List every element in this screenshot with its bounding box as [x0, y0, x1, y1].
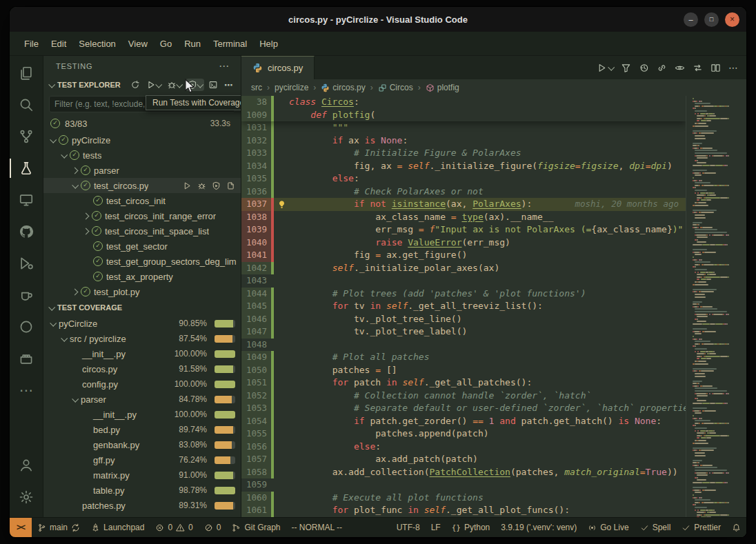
status-git-branch[interactable]: main — [32, 518, 86, 537]
status-vim-mode[interactable]: -- NORMAL -- — [286, 518, 348, 537]
coverage-item[interactable]: config.py100.00% — [43, 376, 241, 392]
activity-containers[interactable] — [10, 343, 43, 374]
code-line[interactable]: 1049 # Plot all patches — [241, 351, 686, 364]
activity-more-views[interactable]: ⋯ — [10, 374, 43, 406]
code-line[interactable]: 1056 else: — [241, 441, 686, 454]
tab-circos-py[interactable]: circos.py — [241, 56, 315, 79]
coverage-item[interactable]: bed.py89.74% — [43, 422, 241, 437]
code-line[interactable]: 1047 tv._plot_tree_label() — [241, 325, 686, 339]
status-git-graph[interactable]: Git Graph — [226, 518, 286, 537]
test-explorer-header[interactable]: TEST EXPLORER ⋯ — [43, 77, 241, 93]
code-line[interactable]: 1057 ax.add_patch(patch) — [241, 453, 686, 466]
run-python-file-button[interactable] — [597, 63, 613, 73]
code-line[interactable]: 1042 self._initialize_polar_axes(ax) — [241, 262, 686, 275]
test-item[interactable]: ✓test_circos_init_space_list — [43, 223, 241, 239]
status-remote-indicator[interactable]: >< — [10, 518, 32, 537]
menu-view[interactable]: View — [122, 36, 154, 52]
test-item[interactable]: ✓test_plot.py — [43, 284, 241, 299]
menu-terminal[interactable]: Terminal — [207, 36, 253, 52]
coverage-item[interactable]: matrix.py91.00% — [43, 467, 241, 483]
goto-test-icon[interactable] — [226, 181, 235, 190]
code-line[interactable]: 1050 patches = [] — [241, 364, 686, 377]
close-button[interactable]: × — [725, 12, 739, 27]
minimize-button[interactable]: – — [684, 12, 698, 27]
code-line[interactable]: 1033 # Initialize Figure & PolarAxes — [241, 147, 686, 160]
test-item[interactable]: ✓test_circos.py — [43, 178, 241, 193]
code-line[interactable]: 1009 def plotfig( — [241, 109, 686, 122]
coverage-test-icon[interactable] — [212, 181, 221, 190]
code-line[interactable]: 1045 for tv in self._get_all_treeviz_lis… — [241, 300, 686, 313]
coverage-item[interactable]: table.py98.78% — [43, 483, 241, 498]
status-language-mode[interactable]: {}Python — [446, 518, 496, 537]
code-area[interactable]: 1031 """1032 if ax is None:1033 # Initia… — [241, 96, 746, 517]
test-item[interactable]: ✓test_circos_init_range_error — [43, 208, 241, 223]
status-prettier[interactable]: Prettier — [676, 518, 726, 537]
more-editor-actions-button[interactable]: ⋯ — [728, 62, 738, 73]
menu-help[interactable]: Help — [253, 36, 284, 52]
status-python-interpreter[interactable]: 3.9.19 ('.venv': venv) — [495, 518, 582, 537]
status-problems[interactable]: 00 — [150, 518, 198, 537]
coverage-item[interactable]: pyCirclize90.85% — [43, 316, 241, 331]
coverage-item[interactable]: __init__.py100.00% — [43, 346, 241, 361]
debug-test-icon[interactable] — [197, 181, 206, 190]
show-output-button[interactable] — [206, 79, 220, 91]
activity-accounts[interactable] — [10, 450, 43, 481]
activity-github[interactable] — [10, 216, 43, 248]
link-button[interactable] — [657, 63, 667, 73]
compare-changes-button[interactable] — [693, 63, 703, 73]
code-line[interactable]: 1041 fig = ax.get_figure() — [241, 249, 686, 262]
status-encoding[interactable]: UTF-8 — [391, 518, 426, 537]
coverage-item[interactable]: gff.py76.24% — [43, 452, 241, 467]
filter-button[interactable] — [621, 63, 631, 73]
coverage-item[interactable]: patches.py89.31% — [43, 498, 241, 513]
coverage-item[interactable]: src / pycirclize87.54% — [43, 331, 241, 346]
status-eol[interactable]: LF — [426, 518, 446, 537]
menu-go[interactable]: Go — [154, 36, 178, 52]
activity-run-and-debug[interactable] — [10, 248, 43, 279]
code-line[interactable]: 1036 # Check PolarAxes or not — [241, 185, 686, 199]
code-line[interactable]: 38class Circos: — [241, 96, 686, 109]
status-notifications[interactable] — [726, 518, 746, 537]
code-line[interactable]: 1051 for patch in self._get_all_patches(… — [241, 376, 686, 390]
code-line[interactable]: 1037 if not isinstance(ax, PolarAxes):mo… — [241, 198, 686, 211]
code-line[interactable]: 1058 ax.add_collection(PatchCollection(p… — [241, 466, 686, 479]
code-line[interactable]: 1034 fig, ax = self._initialize_figure(f… — [241, 160, 686, 173]
test-item[interactable]: ✓test_circos_init — [43, 193, 241, 208]
code-line[interactable]: 1059 — [241, 478, 686, 492]
coverage-item[interactable]: genbank.py83.08% — [43, 437, 241, 452]
code-line[interactable]: 1044 # Plot trees (add 'patches' & 'plot… — [241, 288, 686, 301]
coverage-item[interactable]: circos.py91.58% — [43, 361, 241, 376]
activity-remote-explorer[interactable] — [10, 184, 43, 216]
activity-source-control[interactable] — [10, 121, 43, 152]
status-spell[interactable]: Spell — [635, 518, 677, 537]
code-line[interactable]: 1052 # Collection cannot handle `zorder`… — [241, 390, 686, 403]
code-line[interactable]: 1048 — [241, 339, 686, 352]
menu-file[interactable]: File — [18, 36, 45, 52]
code-line[interactable]: 1061 for plot_func in self._get_all_plot… — [241, 504, 686, 517]
status-extra-count[interactable]: 0 — [199, 518, 227, 537]
breadcrumb-item[interactable]: pycirclize — [275, 83, 308, 92]
code-line[interactable]: 1039 err_msg = f"Input ax is not PolarAx… — [241, 223, 686, 236]
debug-tests-button[interactable] — [165, 79, 183, 91]
timeline-button[interactable] — [639, 63, 649, 73]
minimap[interactable] — [686, 96, 746, 517]
status-go-live[interactable]: Go Live — [582, 518, 634, 537]
breadcrumb-item[interactable]: Circos — [378, 83, 413, 92]
run-tests-button[interactable] — [144, 79, 163, 91]
code-line[interactable]: 1054 if patch.get_zorder() == 1 and patc… — [241, 415, 686, 428]
activity-live-share[interactable] — [10, 311, 43, 343]
test-item[interactable]: ✓test_ax_property — [43, 269, 241, 284]
test-item[interactable]: ✓tests — [43, 148, 241, 163]
test-item[interactable]: ✓test_get_group_sectors_deg_lim — [43, 254, 241, 269]
breadcrumb-item[interactable]: plotfig — [426, 83, 459, 92]
activity-settings[interactable] — [10, 481, 43, 513]
code-line[interactable]: 1035 else: — [241, 172, 686, 185]
coverage-item[interactable]: parser84.78% — [43, 392, 241, 407]
test-item[interactable]: ✓pyCirclize — [43, 132, 241, 148]
activity-testing[interactable] — [10, 152, 43, 184]
code-line[interactable]: 1053 # Separate default or user-defined … — [241, 402, 686, 415]
split-editor-button[interactable] — [710, 63, 721, 73]
test-coverage-header[interactable]: TEST COVERAGE — [43, 299, 241, 316]
menu-run[interactable]: Run — [178, 36, 207, 52]
code-line[interactable]: 1046 tv._plot_tree_line() — [241, 313, 686, 326]
